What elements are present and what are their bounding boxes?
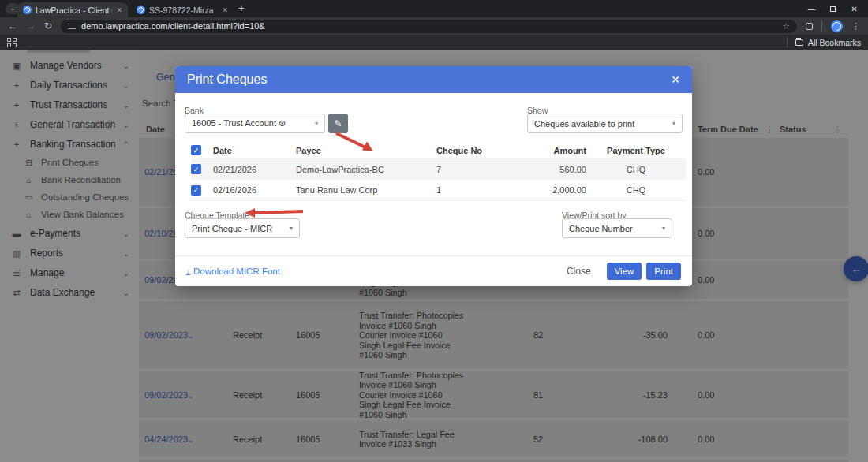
cheque-row[interactable]: ✓ 02/21/2026 Demo-LawPractica-BC 7 560.0… (191, 158, 686, 180)
window-controls: — ✕ (801, 0, 865, 17)
bank-select[interactable]: 16005 - Trust Account ⊛ ▾ (185, 114, 325, 133)
pencil-icon: ✎ (334, 118, 342, 129)
download-micr-font-link[interactable]: ↓ Download MICR Font (186, 266, 280, 276)
tab-title: SS-978722-Mirza (149, 6, 218, 15)
profile-avatar[interactable] (831, 20, 843, 32)
browser-menu-icon[interactable]: ⋮ (851, 21, 860, 32)
url-text[interactable]: demo.lawpractica.com/client-detail.html?… (81, 21, 776, 31)
sort-select[interactable]: Cheque Number ▾ (562, 218, 672, 238)
forward-icon[interactable]: → (26, 21, 36, 31)
row-checkbox[interactable]: ✓ (191, 185, 201, 196)
chevron-down-icon: ▾ (315, 120, 318, 127)
show-select[interactable]: Cheques available to print ▾ (527, 114, 683, 133)
view-button[interactable]: View (607, 263, 642, 280)
close-icon[interactable]: ✕ (671, 73, 680, 86)
annotation-arrow-cheque-template (245, 208, 303, 218)
tab-close-icon[interactable]: ✕ (116, 6, 122, 14)
download-icon: ↓ (186, 267, 190, 275)
select-all-checkbox[interactable]: ✓ (191, 145, 201, 155)
edit-bank-button[interactable]: ✎ (328, 114, 348, 133)
col-payment-type: Payment Type (586, 146, 686, 155)
all-bookmarks-button[interactable]: All Bookmarks (787, 37, 861, 47)
modal-header: Print Cheques ✕ (175, 66, 692, 93)
bookmark-star-icon[interactable]: ☆ (782, 21, 790, 32)
chevron-down-icon: ▾ (290, 225, 293, 232)
footer-divider (175, 255, 692, 256)
back-icon[interactable]: ← (8, 21, 17, 31)
cheque-template-select[interactable]: Print Cheque - MICR ▾ (185, 218, 300, 238)
cheques-table-header: ✓ Date Payee Cheque No Amount Payment Ty… (191, 142, 686, 158)
site-info-icon[interactable] (68, 24, 76, 29)
address-bar[interactable]: demo.lawpractica.com/client-detail.html?… (61, 20, 797, 33)
folder-icon (795, 39, 803, 46)
chevron-down-icon: ▾ (662, 225, 665, 232)
modal-title: Print Cheques (187, 73, 671, 87)
close-button[interactable]: Close (567, 266, 591, 277)
modal-footer: ↓ Download MICR Font Close View Print (186, 261, 681, 281)
bookmarks-bar: All Bookmarks (0, 35, 868, 50)
apps-grid-icon[interactable] (7, 38, 17, 47)
tab-lawpractica[interactable]: LawPractica - Client Centre ✕ (17, 2, 128, 17)
tab-strip: ⌄ LawPractica - Client Centre ✕ SS-97872… (0, 0, 868, 17)
tab-close-icon[interactable]: ✕ (222, 6, 228, 14)
all-bookmarks-label: All Bookmarks (808, 38, 861, 47)
chevron-down-icon: ▾ (672, 120, 675, 127)
col-payee: Payee (296, 146, 436, 155)
toolbar-divider (821, 21, 822, 31)
col-date: Date (213, 146, 296, 155)
cheque-row[interactable]: ✓ 02/16/2026 Tanu Ranu Law Corp 1 2,000.… (191, 180, 686, 201)
row-checkbox[interactable]: ✓ (191, 164, 201, 174)
lawpractica-favicon (137, 6, 145, 14)
reload-icon[interactable]: ↻ (44, 21, 52, 31)
col-cheque-no: Cheque No (436, 146, 539, 155)
tab-title: LawPractica - Client Centre (36, 6, 112, 15)
extensions-icon[interactable] (806, 23, 813, 30)
browser-toolbar: ← → ↻ demo.lawpractica.com/client-detail… (0, 17, 868, 35)
cheques-table: ✓ Date Payee Cheque No Amount Payment Ty… (191, 142, 686, 201)
minimize-icon[interactable]: — (801, 0, 822, 17)
browser-chrome: ⌄ LawPractica - Client Centre ✕ SS-97872… (0, 0, 868, 50)
maximize-icon[interactable] (822, 0, 844, 17)
new-tab-button[interactable]: + (238, 2, 245, 14)
lawpractica-favicon (23, 6, 32, 14)
close-window-icon[interactable]: ✕ (844, 0, 865, 17)
col-amount: Amount (539, 146, 586, 155)
print-cheques-modal: Print Cheques ✕ Bank 16005 - Trust Accou… (175, 66, 692, 286)
tab-ss-mirza[interactable]: SS-978722-Mirza ✕ (131, 2, 234, 17)
print-button[interactable]: Print (646, 263, 681, 280)
